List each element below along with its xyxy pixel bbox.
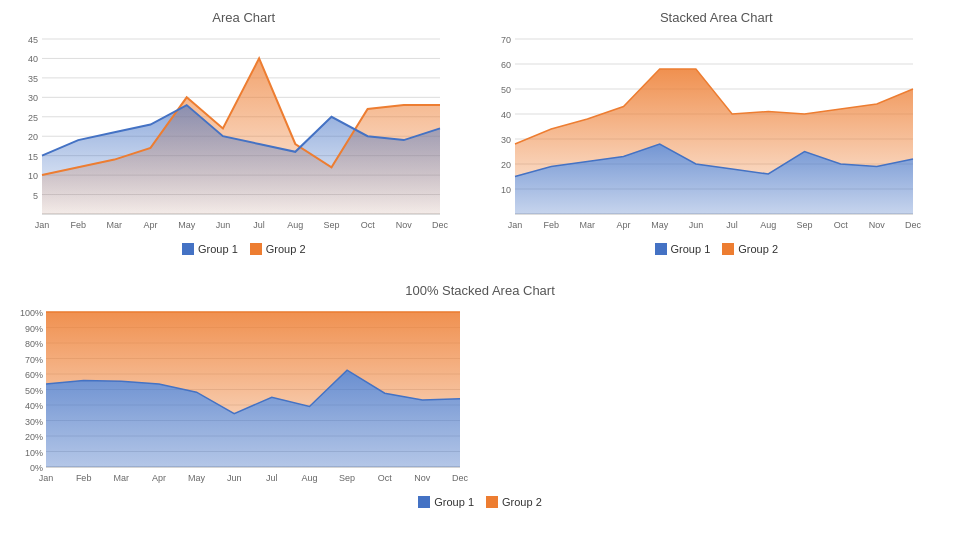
svg-text:40: 40	[500, 110, 510, 120]
stacked100-chart-title: 100% Stacked Area Chart	[405, 283, 555, 298]
svg-text:Oct: Oct	[378, 473, 393, 483]
charts-container: Area Chart 51015202530354045JanFebMarApr…	[0, 0, 960, 540]
area-chart-title: Area Chart	[212, 10, 275, 25]
svg-text:20%: 20%	[25, 432, 43, 442]
svg-text:40: 40	[28, 54, 38, 64]
svg-text:35: 35	[28, 74, 38, 84]
svg-text:Feb: Feb	[543, 220, 559, 230]
svg-text:Jun: Jun	[216, 220, 231, 230]
svg-text:Aug: Aug	[760, 220, 776, 230]
svg-text:May: May	[188, 473, 206, 483]
svg-text:5: 5	[33, 191, 38, 201]
svg-text:100%: 100%	[20, 308, 43, 318]
svg-text:Jul: Jul	[266, 473, 278, 483]
svg-text:Nov: Nov	[396, 220, 413, 230]
svg-text:10: 10	[28, 171, 38, 181]
svg-text:60%: 60%	[25, 370, 43, 380]
svg-text:Aug: Aug	[287, 220, 303, 230]
svg-text:Apr: Apr	[144, 220, 158, 230]
svg-text:10: 10	[500, 185, 510, 195]
stacked100-chart-wrapper: 100% Stacked Area Chart 0%10%20%30%40%50…	[10, 283, 950, 531]
svg-text:50: 50	[500, 85, 510, 95]
stacked-chart-legend: Group 1 Group 2	[655, 243, 779, 255]
svg-text:Jan: Jan	[35, 220, 50, 230]
svg-text:Sep: Sep	[339, 473, 355, 483]
stacked100-legend-group2-label: Group 2	[502, 496, 542, 508]
svg-text:Jun: Jun	[227, 473, 242, 483]
area-legend-group2: Group 2	[250, 243, 306, 255]
stacked100-legend-group1: Group 1	[418, 496, 474, 508]
svg-text:Feb: Feb	[70, 220, 86, 230]
svg-text:Jul: Jul	[253, 220, 265, 230]
area-legend-group1-label: Group 1	[198, 243, 238, 255]
svg-text:25: 25	[28, 113, 38, 123]
svg-text:80%: 80%	[25, 339, 43, 349]
svg-text:Nov: Nov	[868, 220, 885, 230]
stacked-chart-area: 10203040506070JanFebMarAprMayJunJulAugSe…	[483, 29, 951, 241]
svg-text:Dec: Dec	[432, 220, 449, 230]
svg-text:Oct: Oct	[361, 220, 376, 230]
svg-text:50%: 50%	[25, 385, 43, 395]
svg-text:20: 20	[28, 132, 38, 142]
svg-text:10%: 10%	[25, 447, 43, 457]
svg-text:70%: 70%	[25, 354, 43, 364]
svg-text:30: 30	[500, 135, 510, 145]
svg-text:30: 30	[28, 93, 38, 103]
svg-text:0%: 0%	[30, 463, 43, 473]
stacked-chart-title: Stacked Area Chart	[660, 10, 773, 25]
stacked-chart-svg: 10203040506070JanFebMarAprMayJunJulAugSe…	[483, 29, 923, 239]
stacked-legend-group2-label: Group 2	[738, 243, 778, 255]
stacked100-chart-area: 0%10%20%30%40%50%60%70%80%90%100%JanFebM…	[10, 302, 950, 494]
stacked-legend-group1: Group 1	[655, 243, 711, 255]
svg-text:15: 15	[28, 152, 38, 162]
stacked-legend-group2: Group 2	[722, 243, 778, 255]
svg-text:70: 70	[500, 35, 510, 45]
stacked100-legend-group2-swatch	[486, 496, 498, 508]
stacked-chart-wrapper: Stacked Area Chart 10203040506070JanFebM…	[483, 10, 951, 278]
area-legend-group2-swatch	[250, 243, 262, 255]
stacked-legend-group1-label: Group 1	[671, 243, 711, 255]
svg-text:60: 60	[500, 60, 510, 70]
area-chart-legend: Group 1 Group 2	[182, 243, 306, 255]
svg-text:Feb: Feb	[76, 473, 92, 483]
area-chart-wrapper: Area Chart 51015202530354045JanFebMarApr…	[10, 10, 478, 278]
svg-text:Apr: Apr	[616, 220, 630, 230]
svg-text:Mar: Mar	[114, 473, 130, 483]
svg-text:Jul: Jul	[726, 220, 738, 230]
area-chart-svg: 51015202530354045JanFebMarAprMayJunJulAu…	[10, 29, 450, 239]
stacked100-legend-group2: Group 2	[486, 496, 542, 508]
svg-text:Aug: Aug	[301, 473, 317, 483]
svg-text:Jun: Jun	[688, 220, 703, 230]
stacked100-legend-group1-label: Group 1	[434, 496, 474, 508]
svg-text:Mar: Mar	[579, 220, 595, 230]
svg-text:30%: 30%	[25, 416, 43, 426]
svg-text:Sep: Sep	[796, 220, 812, 230]
stacked100-legend-group1-swatch	[418, 496, 430, 508]
area-legend-group1-swatch	[182, 243, 194, 255]
svg-text:Sep: Sep	[323, 220, 339, 230]
stacked-legend-group1-swatch	[655, 243, 667, 255]
area-chart-area: 51015202530354045JanFebMarAprMayJunJulAu…	[10, 29, 478, 241]
svg-text:Jan: Jan	[39, 473, 54, 483]
svg-text:90%: 90%	[25, 323, 43, 333]
svg-text:20: 20	[500, 160, 510, 170]
area-legend-group1: Group 1	[182, 243, 238, 255]
stacked-legend-group2-swatch	[722, 243, 734, 255]
stacked100-chart-legend: Group 1 Group 2	[418, 496, 542, 508]
svg-text:Apr: Apr	[152, 473, 166, 483]
svg-text:Jan: Jan	[507, 220, 522, 230]
stacked100-chart-svg: 0%10%20%30%40%50%60%70%80%90%100%JanFebM…	[10, 302, 470, 492]
svg-text:40%: 40%	[25, 401, 43, 411]
svg-text:Oct: Oct	[833, 220, 848, 230]
svg-text:45: 45	[28, 35, 38, 45]
svg-text:Dec: Dec	[452, 473, 469, 483]
svg-text:May: May	[651, 220, 669, 230]
svg-text:Nov: Nov	[414, 473, 431, 483]
svg-text:Dec: Dec	[904, 220, 921, 230]
svg-text:Mar: Mar	[107, 220, 123, 230]
area-legend-group2-label: Group 2	[266, 243, 306, 255]
svg-text:May: May	[178, 220, 196, 230]
